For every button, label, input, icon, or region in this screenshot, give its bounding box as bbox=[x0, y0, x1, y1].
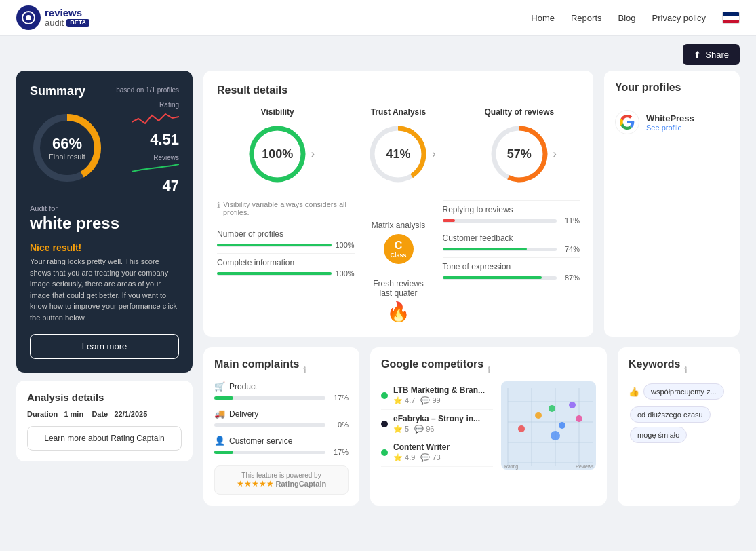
action-bar: ⬆ Share bbox=[0, 36, 756, 71]
competitor-item: Content Writer ⭐ 4.9 💬 73 bbox=[381, 438, 493, 467]
rating-block: Rating 4.51 bbox=[113, 101, 179, 149]
rating-sparkline bbox=[132, 109, 179, 129]
product-complaint: 🛒 Product 17% bbox=[214, 381, 349, 402]
sidebar: Summary based on 1/1 profiles 66% Final … bbox=[16, 71, 193, 506]
complaints-title: Main complaints bbox=[214, 358, 299, 370]
comp-dot-1 bbox=[381, 392, 388, 399]
analysis-meta: Duration 1 min Date 22/1/2025 bbox=[27, 410, 182, 418]
svg-point-20 bbox=[549, 405, 555, 412]
logo-area: reviews audit BETA bbox=[16, 5, 89, 30]
quality-item: Quality of reviews 57% › bbox=[459, 107, 580, 187]
svg-point-21 bbox=[559, 422, 565, 429]
profiles-list: WhitePress See profile bbox=[615, 104, 729, 140]
keyword-badge[interactable]: współpracujemy z... bbox=[643, 383, 724, 400]
stars: ★★★★★ bbox=[237, 479, 274, 489]
svg-point-18 bbox=[518, 425, 525, 432]
company-name: white press bbox=[30, 214, 179, 233]
thumbs-up-icon: 👍 bbox=[629, 387, 639, 397]
competitors-info-btn[interactable]: ℹ bbox=[488, 365, 491, 375]
logo-reviews-label: reviews bbox=[45, 7, 89, 19]
result-circles: Visibility 100% › bbox=[217, 107, 580, 187]
customer-service-icon: 👤 bbox=[214, 436, 225, 446]
competitors-title: Google competitors bbox=[381, 358, 483, 370]
beta-badge: BETA bbox=[66, 19, 89, 27]
see-profile-link[interactable]: See profile bbox=[646, 124, 729, 132]
learn-more-button[interactable]: Learn more bbox=[30, 334, 179, 359]
nav-reports[interactable]: Reports bbox=[571, 13, 602, 23]
svg-text:Rating: Rating bbox=[504, 464, 518, 470]
logo-icon bbox=[16, 5, 41, 30]
reviews-sparkline bbox=[132, 162, 179, 175]
nav-privacy[interactable]: Privacy policy bbox=[652, 13, 706, 23]
complaints-card: Main complaints ℹ 🛒 Product 17% 🚚 bbox=[203, 347, 359, 506]
keyword-badge[interactable]: mogę śmiało bbox=[630, 427, 687, 443]
info-icon: ℹ bbox=[217, 200, 220, 210]
complete-info-metric: Complete information 100% bbox=[217, 253, 355, 282]
nav-blog[interactable]: Blog bbox=[618, 13, 636, 23]
rating-captain-button[interactable]: Learn more about Rating Captain bbox=[27, 426, 182, 451]
visibility-note: ℹ Visibility variable always considers a… bbox=[217, 200, 355, 216]
main-content: Summary based on 1/1 profiles 66% Final … bbox=[0, 71, 756, 522]
svg-point-19 bbox=[535, 412, 542, 419]
profile-name: WhitePress bbox=[646, 113, 729, 124]
customer-feedback-metric: Customer feedback 74% bbox=[443, 229, 580, 257]
competitors-list: LTB Marketing & Bran... ⭐ 4.7 💬 99 eFabr… bbox=[381, 381, 493, 470]
keywords-card: Keywords ℹ 👍 współpracujemy z... od dłuż… bbox=[618, 347, 740, 506]
visibility-arrow[interactable]: › bbox=[311, 148, 315, 160]
trust-arrow[interactable]: › bbox=[432, 148, 435, 160]
nav-home[interactable]: Home bbox=[531, 13, 555, 23]
visibility-item: Visibility 100% › bbox=[217, 107, 338, 187]
svg-point-22 bbox=[569, 402, 576, 408]
keywords-info-btn[interactable]: ℹ bbox=[684, 365, 688, 375]
summary-title: Summary bbox=[30, 84, 85, 98]
competitor-item: eFabryka – Strony in... ⭐ 5 💬 96 bbox=[381, 410, 493, 438]
trust-item: Trust Analysis 41% › bbox=[338, 107, 458, 187]
share-icon: ⬆ bbox=[694, 50, 701, 60]
visibility-circle: 100% bbox=[247, 124, 308, 185]
content-area: Result details Visibility 100% bbox=[203, 71, 740, 506]
result-details-card: Result details Visibility 100% bbox=[203, 71, 593, 337]
left-metrics: ℹ Visibility variable always considers a… bbox=[217, 200, 355, 323]
final-result-donut: 66% Final result bbox=[30, 111, 104, 185]
matrix-section: Matrix analysis C Class Fresh reviews la… bbox=[368, 200, 429, 323]
content-top: Result details Visibility 100% bbox=[203, 71, 740, 337]
comp-dot-2 bbox=[381, 421, 388, 428]
delivery-icon: 🚚 bbox=[214, 408, 225, 419]
powered-by: This feature is powered by ★★★★★ RatingC… bbox=[214, 466, 349, 495]
quality-circle: 57% bbox=[489, 124, 550, 185]
final-pct: 66% bbox=[49, 135, 85, 153]
complaints-info-btn[interactable]: ℹ bbox=[303, 365, 306, 375]
keywords-list: 👍 współpracujemy z... od dłuższego czasu… bbox=[629, 381, 729, 445]
keywords-title: Keywords bbox=[629, 358, 680, 370]
right-metrics: Replying to reviews 11% Customer feedbac… bbox=[443, 200, 580, 323]
reviews-val: 47 bbox=[113, 177, 179, 195]
customer-service-complaint: 👤 Customer service 17% bbox=[214, 436, 349, 456]
quality-arrow[interactable]: › bbox=[553, 148, 556, 160]
profile-item: WhitePress See profile bbox=[615, 104, 729, 140]
share-button[interactable]: ⬆ Share bbox=[683, 44, 740, 65]
delivery-complaint: 🚚 Delivery 0% bbox=[214, 408, 349, 429]
final-label: Final result bbox=[49, 153, 85, 161]
main-nav: Home Reports Blog Privacy policy bbox=[531, 12, 740, 24]
svg-text:Reviews: Reviews bbox=[576, 464, 594, 469]
profiles-card: Your profiles WhitePress bbox=[604, 71, 740, 337]
language-flag[interactable] bbox=[722, 12, 740, 24]
product-icon: 🛒 bbox=[214, 381, 225, 392]
fresh-reviews-icon: 🔥 bbox=[368, 301, 429, 323]
content-bottom: Main complaints ℹ 🛒 Product 17% 🚚 bbox=[203, 347, 740, 506]
keyword-badge[interactable]: od dłuższego czasu bbox=[630, 406, 711, 423]
replying-metric: Replying to reviews 11% bbox=[443, 200, 580, 229]
trust-circle: 41% bbox=[367, 124, 429, 185]
analysis-card: Analysis details Duration 1 min Date 22/… bbox=[16, 381, 193, 461]
svg-point-23 bbox=[576, 415, 582, 422]
competitors-card: Google competitors ℹ LTB Marketing & Bra… bbox=[370, 347, 607, 506]
scatter-plot: Rating Reviews bbox=[501, 381, 596, 470]
svg-point-24 bbox=[551, 431, 560, 440]
c-class-badge: C Class bbox=[384, 234, 414, 264]
reviews-block: Reviews 47 bbox=[113, 154, 179, 195]
profile-google-logo bbox=[615, 110, 639, 134]
logo-text: reviews audit BETA bbox=[45, 7, 89, 28]
num-profiles-metric: Number of profiles 100% bbox=[217, 225, 355, 253]
summary-card: Summary based on 1/1 profiles 66% Final … bbox=[16, 71, 193, 373]
logo-audit-label: audit BETA bbox=[45, 18, 89, 28]
